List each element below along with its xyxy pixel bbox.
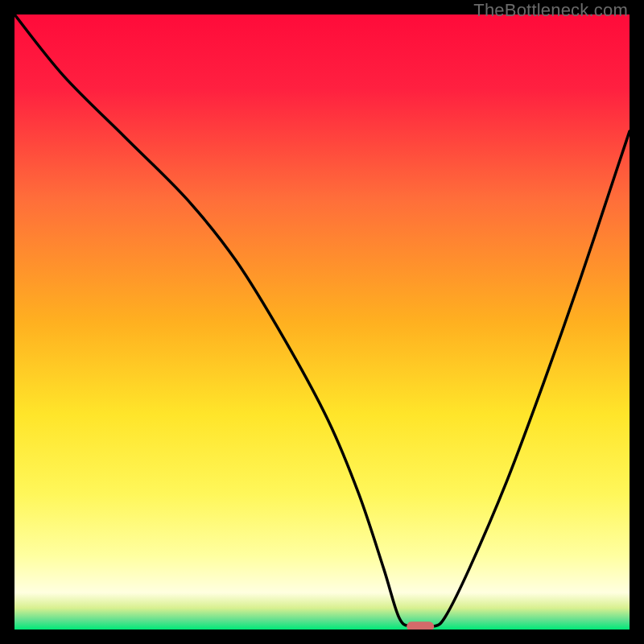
watermark-text: TheBottleneck.com xyxy=(473,0,628,21)
plot-area xyxy=(14,14,630,630)
chart-container: TheBottleneck.com xyxy=(0,0,644,644)
chart-background xyxy=(14,14,630,630)
optimum-marker xyxy=(407,621,434,630)
chart-svg xyxy=(14,14,630,630)
